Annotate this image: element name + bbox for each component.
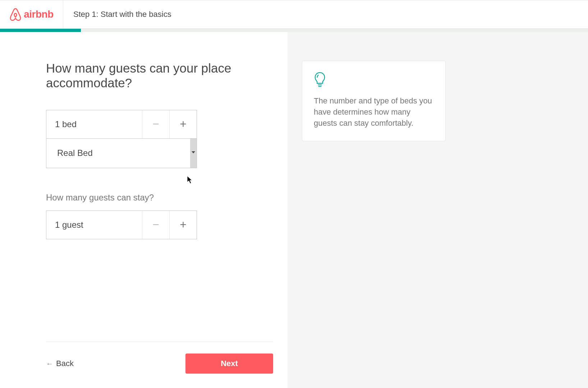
- form-footer: ← Back Next: [46, 342, 273, 388]
- logo[interactable]: airbnb: [0, 0, 63, 28]
- progress-bar: [0, 29, 588, 32]
- page-heading: How many guests can your place accommoda…: [46, 61, 233, 91]
- tip-card: The number and type of beds you have det…: [302, 61, 446, 141]
- dropdown-handle[interactable]: [190, 139, 197, 168]
- tip-column: The number and type of beds you have det…: [288, 32, 588, 388]
- logo-text: airbnb: [24, 9, 54, 20]
- plus-icon: +: [180, 218, 187, 231]
- guest-decrement-button[interactable]: −: [142, 211, 169, 239]
- minus-icon: −: [152, 218, 159, 231]
- bed-count-stepper: 1 bed − +: [46, 110, 197, 139]
- minus-icon: −: [152, 117, 159, 131]
- step-title: Step 1: Start with the basics: [63, 10, 171, 19]
- chevron-down-icon: [192, 151, 195, 153]
- plus-icon: +: [180, 117, 187, 131]
- arrow-left-icon: ←: [46, 360, 53, 368]
- guest-count-stepper: 1 guest − +: [46, 211, 197, 239]
- lightbulb-icon: [314, 72, 434, 89]
- guests-label: How many guests can stay?: [46, 193, 273, 203]
- bed-increment-button[interactable]: +: [169, 110, 197, 138]
- progress-fill: [0, 29, 81, 32]
- airbnb-logo-icon: [9, 8, 22, 21]
- topbar: airbnb Step 1: Start with the basics: [0, 0, 588, 29]
- guest-count-value: 1 guest: [46, 211, 142, 239]
- bed-type-select[interactable]: Real Bed: [46, 139, 197, 168]
- back-button[interactable]: ← Back: [46, 359, 74, 368]
- next-button[interactable]: Next: [185, 354, 273, 374]
- form-column: How many guests can your place accommoda…: [0, 32, 288, 388]
- bed-type-selected: Real Bed: [57, 148, 93, 158]
- back-label: Back: [56, 359, 74, 368]
- tip-text: The number and type of beds you have det…: [314, 96, 434, 129]
- mouse-cursor-icon: [187, 176, 193, 186]
- guest-increment-button[interactable]: +: [169, 211, 197, 239]
- bed-decrement-button[interactable]: −: [142, 110, 169, 138]
- bed-count-value: 1 bed: [46, 110, 142, 138]
